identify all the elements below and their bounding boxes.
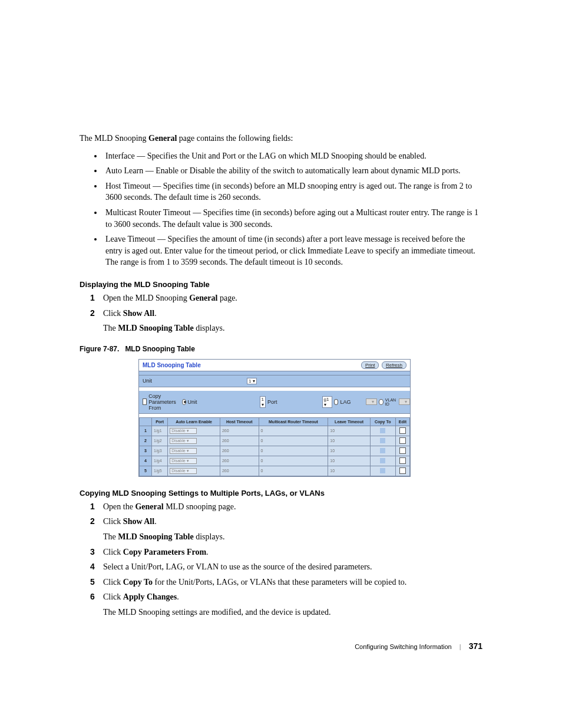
table-row: 51/g5Disable ▾260010 xyxy=(140,466,410,476)
copy-to-checkbox[interactable] xyxy=(380,468,385,473)
footer-chapter: Configuring Switching Information xyxy=(355,643,451,650)
c2-sub-suffix: displays. xyxy=(194,532,225,541)
c3-bold: Copy Parameters From xyxy=(123,548,206,556)
copy-vlan-select[interactable]: ▾ xyxy=(399,398,409,405)
intro-prefix: The MLD Snooping xyxy=(80,134,148,143)
edit-checkbox[interactable] xyxy=(399,467,406,474)
copy-vlan-cell: ▾ VLAN ID ▾ xyxy=(366,398,409,406)
refresh-button[interactable]: Refresh xyxy=(382,361,406,369)
copy-port-select[interactable]: g1 ▾ xyxy=(322,396,332,408)
auto-learn-select[interactable]: Disable ▾ xyxy=(170,468,197,474)
copy-from-cell: Copy Parameters From Unit xyxy=(143,393,197,411)
step-open-general: Open the MLD Snooping General page. xyxy=(90,292,482,304)
auto-learn-select[interactable]: Disable ▾ xyxy=(170,448,197,454)
copy-to-checkbox[interactable] xyxy=(380,448,385,453)
copy-port-cell: 1 ▾ Port xyxy=(260,396,277,408)
row-auto: Disable ▾ xyxy=(168,446,220,456)
page-number: 371 xyxy=(469,641,482,651)
edit-checkbox[interactable] xyxy=(399,447,406,454)
row-mrt: 0 xyxy=(259,436,328,446)
row-host: 260 xyxy=(220,456,259,466)
row-auto: Disable ▾ xyxy=(168,436,220,446)
c5-prefix: Click xyxy=(103,578,123,587)
row-mrt: 0 xyxy=(259,446,328,456)
col-copy-to: Copy To xyxy=(370,417,395,426)
intro-bold: General xyxy=(148,134,177,143)
mld-snoop-panel: MLD Snooping Table Print Refresh Unit 1 … xyxy=(138,359,411,477)
row-leave: 10 xyxy=(328,426,370,436)
copy-to-checkbox[interactable] xyxy=(380,458,385,463)
c3-prefix: Click xyxy=(103,548,123,556)
auto-learn-select[interactable]: Disable ▾ xyxy=(170,438,197,444)
row-port: 1/g5 xyxy=(152,466,168,476)
copy-vlan-label: VLAN ID xyxy=(385,398,397,406)
c2-sub-prefix: The xyxy=(103,532,118,541)
row-port: 1/g4 xyxy=(152,456,168,466)
col-mrt: Multicast Router Timeout xyxy=(259,417,328,426)
figure-caption: Figure 7-87. MLD Snooping Table xyxy=(80,345,482,353)
row-idx: 5 xyxy=(140,466,152,476)
unit-band: Unit 1 ▾ xyxy=(139,375,410,387)
table-row: 31/g3Disable ▾260010 xyxy=(140,446,410,456)
copy-unit-select[interactable]: 1 ▾ xyxy=(260,396,266,408)
steps-display-table: Open the MLD Snooping General page. Clic… xyxy=(80,292,482,334)
col-idx xyxy=(140,417,152,426)
copy-lag-cell: g1 ▾ LAG xyxy=(322,396,351,408)
table-row: 41/g4Disable ▾260010 xyxy=(140,456,410,466)
edit-checkbox[interactable] xyxy=(399,437,406,444)
copy-radio-lag[interactable] xyxy=(334,399,339,405)
bullet-auto-learn: Auto Learn — Enable or Disable the abili… xyxy=(103,165,482,177)
auto-learn-select[interactable]: Disable ▾ xyxy=(170,458,197,464)
row-edit xyxy=(395,426,409,436)
panel-titlebar: MLD Snooping Table Print Refresh xyxy=(139,360,410,371)
c6-suffix: . xyxy=(177,592,179,601)
row-port: 1/g1 xyxy=(152,426,168,436)
copy-to-checkbox[interactable] xyxy=(380,438,385,443)
intro-paragraph: The MLD Snooping General page contains t… xyxy=(80,133,482,144)
copy-radio-vlan[interactable] xyxy=(379,399,384,405)
unit-label: Unit xyxy=(143,378,152,384)
edit-checkbox[interactable] xyxy=(399,457,406,464)
row-host: 260 xyxy=(220,446,259,456)
step-c5: Click Copy To for the Unit/Ports, LAGs, … xyxy=(90,577,482,588)
bullet-interface: Interface — Specifies the Unit and Port … xyxy=(103,150,482,162)
row-edit xyxy=(395,436,409,446)
copy-port-value: g1 xyxy=(324,397,329,402)
step2-prefix: Click xyxy=(103,309,123,318)
field-bullets: Interface — Specifies the Unit and Port … xyxy=(80,150,482,268)
unit-select[interactable]: 1 ▾ xyxy=(247,378,257,384)
col-edit: Edit xyxy=(395,417,409,426)
c1-suffix: MLD snooping page. xyxy=(164,502,236,511)
copy-checkbox[interactable] xyxy=(143,398,147,405)
copy-lag-select[interactable]: ▾ xyxy=(366,398,376,405)
edit-checkbox[interactable] xyxy=(399,427,406,434)
panel-buttons: Print Refresh xyxy=(360,362,406,368)
c6-sub-text: The MLD Snooping settings are modified, … xyxy=(103,608,330,617)
row-leave: 10 xyxy=(328,456,370,466)
print-button[interactable]: Print xyxy=(361,361,379,369)
table-header-row: Port Auto Learn Enable Host Timeout Mult… xyxy=(140,417,410,426)
auto-learn-select[interactable]: Disable ▾ xyxy=(170,428,197,434)
copy-radio-unit[interactable] xyxy=(182,399,186,405)
row-port: 1/g2 xyxy=(152,436,168,446)
heading-copy-settings: Copying MLD Snooping Settings to Multipl… xyxy=(80,489,482,498)
copy-to-checkbox[interactable] xyxy=(380,428,385,433)
c1-prefix: Open the xyxy=(103,502,135,511)
copy-label: Copy Parameters From xyxy=(148,393,180,411)
row-leave: 10 xyxy=(328,436,370,446)
step-c1: Open the General MLD snooping page. xyxy=(90,501,482,513)
c2-prefix: Click xyxy=(103,517,123,526)
row-mrt: 0 xyxy=(259,426,328,436)
heading-display-table: Displaying the MLD Snooping Table xyxy=(80,280,482,289)
row-leave: 10 xyxy=(328,446,370,456)
step-c4: Select a Unit/Port, LAG, or VLAN to use … xyxy=(90,561,482,573)
row-copyto xyxy=(370,466,395,476)
c5-bold: Copy To xyxy=(123,578,153,587)
copy-port-label: Port xyxy=(267,399,277,405)
c5-suffix: for the Unit/Ports, LAGs, or VLANs that … xyxy=(153,578,406,587)
row-copyto xyxy=(370,426,395,436)
row-host: 260 xyxy=(220,436,259,446)
step2-sub-bold: MLD Snooping Table xyxy=(118,324,193,332)
copy-unit-label: Unit xyxy=(188,399,197,405)
c6-prefix: Click xyxy=(103,592,123,601)
